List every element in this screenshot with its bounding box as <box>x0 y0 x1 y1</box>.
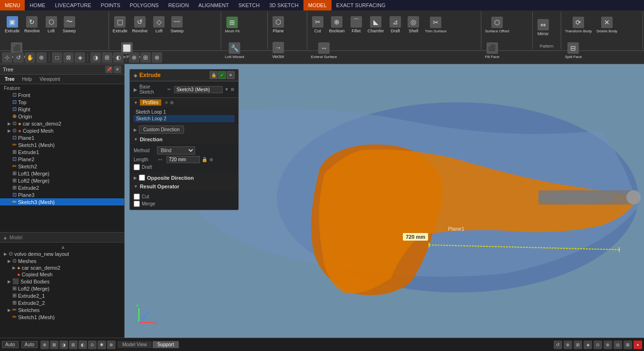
plane3-item[interactable]: ⊡ Plane3 <box>0 191 124 198</box>
rotate-tool[interactable]: ↺ <box>13 52 24 63</box>
menu-btn[interactable]: MENU <box>0 0 25 10</box>
extrude-lock-btn[interactable]: 🔒 <box>210 71 217 79</box>
draft-checkbox[interactable] <box>134 164 140 170</box>
extrude1-item[interactable]: ⊞ Extrude1 <box>0 148 124 156</box>
status-icon-8[interactable]: ⊕ <box>107 341 116 349</box>
support-tab[interactable]: Support <box>153 341 179 348</box>
right-icon-red[interactable]: ● <box>634 341 642 349</box>
front-plane[interactable]: ⊡ Front <box>0 91 124 98</box>
sketch3-item[interactable]: ✏ Sketch3 (Mesh) <box>0 198 124 205</box>
opposite-direction-header[interactable]: ▶ Opposite Direction <box>130 173 238 182</box>
status-icon-5[interactable]: ◐ <box>78 341 87 349</box>
shell-btn[interactable]: ◎ Shell <box>405 12 422 37</box>
view-top[interactable]: ⊠ <box>63 52 74 63</box>
right-icon-2[interactable]: ⊕ <box>564 341 572 349</box>
car-scan-model[interactable]: ▶ ● car scan_demo2 <box>0 264 124 271</box>
grid-toggle[interactable]: ⊞ <box>140 52 151 63</box>
custom-direction-btn[interactable]: Custom Direction <box>139 126 184 134</box>
wireframe-toggle[interactable]: ⊞ <box>102 52 112 63</box>
help-tab[interactable]: Help <box>20 76 35 83</box>
copied-mesh-item[interactable]: ▶ ⊙ ● Copied Mesh <box>0 127 124 134</box>
status-icon-1[interactable]: ⊕ <box>40 341 49 349</box>
chamfer-btn[interactable]: ◣ Chamfer <box>366 12 386 37</box>
status-icon-2[interactable]: ⊠ <box>50 341 59 349</box>
vector-btn[interactable]: → Vector <box>270 38 287 63</box>
axis-toggle[interactable]: ⊕ <box>152 52 162 63</box>
boolean-btn[interactable]: ⊕ Boolean <box>327 12 347 37</box>
auto-box-1[interactable]: Auto <box>2 341 19 348</box>
extrude-cancel-btn[interactable]: ✕ <box>227 71 234 79</box>
cut-checkbox[interactable] <box>134 194 140 200</box>
exact-surfacing-menu[interactable]: EXACT SURFACING <box>332 0 390 10</box>
right-icon-1[interactable]: ↺ <box>554 341 562 349</box>
loft-surface-btn[interactable]: ◇ Loft <box>150 12 167 37</box>
zoom-tool[interactable]: ⊕ <box>36 52 47 63</box>
direction-section-header[interactable]: ▼ Direction <box>130 135 238 144</box>
draft-btn[interactable]: ⊿ Draft <box>387 12 404 37</box>
surface-offset-btn[interactable]: ⬡ Surface Offset <box>483 12 511 37</box>
status-icon-7[interactable]: ✱ <box>98 341 106 349</box>
model-scroll-up[interactable]: ▲ <box>0 244 124 250</box>
sweep-solid-btn[interactable]: 〜 Sweep <box>61 12 78 37</box>
viewport[interactable]: 720 mm Plane1 X Y Z ◆ Extrude <box>125 64 644 338</box>
loft2-item[interactable]: ⊞ Loft2 (Merge) <box>0 177 124 184</box>
livecapture-menu[interactable]: LIVECAPTURE <box>50 0 96 10</box>
loft-solid-btn[interactable]: ⬡ Loft <box>43 12 60 37</box>
profiles-btn[interactable]: Profiles <box>140 99 161 106</box>
extrude2-1-model[interactable]: ⊞ Extrude2_1 <box>0 292 124 299</box>
plane2-item[interactable]: ⊡ Plane2 <box>0 156 124 163</box>
extrude-surface-btn[interactable]: ▢ Extrude <box>111 12 129 37</box>
region-menu[interactable]: REGION <box>164 0 194 10</box>
solid-bodies-section[interactable]: ▶ ⬛ Solid Bodies <box>0 278 124 285</box>
loft2-model[interactable]: ⊞ Loft2 (Merge) <box>0 285 124 292</box>
delete-body-btn[interactable]: ✕ Delete Body <box>595 12 619 37</box>
panel-pin-btn[interactable]: 📌 <box>105 66 113 73</box>
extrude-solid-btn[interactable]: ▣ Extrude <box>3 12 21 37</box>
mesh-fit-btn[interactable]: ⊞ Mesh Fit <box>223 12 242 37</box>
copied-mesh-model[interactable]: ● Copied Mesh <box>0 271 124 278</box>
plane-btn[interactable]: ⬡ Plane <box>270 12 287 37</box>
extrude2-2-model[interactable]: ⊞ Extrude2_2 <box>0 299 124 306</box>
pan-tool[interactable]: ✋ <box>25 52 35 63</box>
options-icon[interactable]: ⊠ <box>231 87 234 92</box>
sketch-menu[interactable]: SKETCH <box>234 0 264 10</box>
extrude2-item[interactable]: ⊞ Extrude2 <box>0 184 124 191</box>
polygons-menu[interactable]: POLYGONS <box>125 0 164 10</box>
status-icon-6[interactable]: ⊙ <box>88 341 97 349</box>
revolve-surface-btn[interactable]: ↺ Revolve <box>130 12 150 37</box>
trim-surface-btn[interactable]: ✂ Trim Surface <box>423 12 449 37</box>
3dsketch-menu[interactable]: 3D SKETCH <box>264 0 303 10</box>
fillet-btn[interactable]: ⌒ Fillet <box>348 12 365 37</box>
sketch2-item[interactable]: ✏ Sketch2 <box>0 163 124 170</box>
tree-tab[interactable]: Tree <box>2 76 18 83</box>
cut-btn[interactable]: ✂ Cut <box>309 12 326 37</box>
alignment-menu[interactable]: ALIGNMENT <box>194 0 234 10</box>
length-sync-icon[interactable]: ⊕ <box>209 157 213 162</box>
length-input[interactable] <box>166 156 200 163</box>
result-operator-header[interactable]: ▼ Result Operator <box>130 182 238 191</box>
profiles-icon2[interactable]: ⊕ <box>170 100 174 105</box>
right-icon-8[interactable]: ⊠ <box>624 341 632 349</box>
meshes-section[interactable]: ▶ ⊙ Meshes <box>0 257 124 264</box>
right-icon-4[interactable]: ◈ <box>584 341 592 349</box>
view-iso[interactable]: ◈ <box>75 52 85 63</box>
model-root[interactable]: ▶ ⊙ volvo demo_new layout <box>0 250 124 257</box>
top-plane[interactable]: ⊡ Top <box>0 98 124 106</box>
mirror-btn[interactable]: ⇔ Mirror <box>535 15 552 40</box>
sketch-loop-2[interactable]: Sketch Loop 2 <box>134 115 234 122</box>
extend-surface-btn[interactable]: ↔ Extend Surface <box>309 38 339 63</box>
extrude-confirm-btn[interactable]: ✓ <box>218 71 226 79</box>
custom-direction-header[interactable]: ▶ Custom Direction <box>130 124 238 135</box>
car-scan-item[interactable]: ▶ ⊙ ● car scan_demo2 <box>0 120 124 127</box>
points-menu[interactable]: POINTS <box>96 0 125 10</box>
origin-item[interactable]: ⊕ Origin <box>0 113 124 120</box>
select-tool[interactable]: ⊹ <box>2 52 12 63</box>
sketches-section[interactable]: ▶ ✏ Sketches <box>0 306 124 313</box>
transform-body-btn[interactable]: ⟳ Transform Body <box>563 12 594 37</box>
viewpoint-tab[interactable]: Viewpoint <box>37 76 63 83</box>
render-toggle[interactable]: ◑ <box>90 52 101 63</box>
merge-checkbox[interactable] <box>134 201 140 207</box>
view-front[interactable]: □ <box>52 52 62 63</box>
shading-toggle[interactable]: ◐ <box>113 52 124 63</box>
right-icon-7[interactable]: ◎ <box>614 341 622 349</box>
